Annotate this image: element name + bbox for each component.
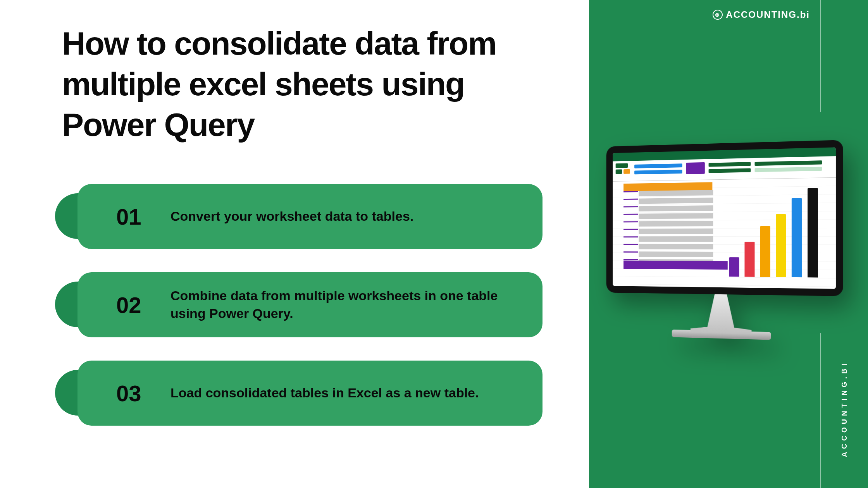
ribbon-chip-icon	[709, 162, 751, 167]
ribbon-chip-icon	[616, 163, 628, 168]
brand-logo-icon: ⊚	[713, 10, 723, 20]
spreadsheet-grid	[613, 178, 836, 289]
divider-line-top	[820, 0, 821, 112]
ribbon-chip-icon	[634, 163, 682, 168]
step-text: Convert your worksheet data to tables.	[170, 208, 413, 225]
monitor-illustration	[606, 140, 843, 342]
ribbon-chip-icon	[616, 169, 622, 174]
step-item-3: 03 Load consolidated tables in Excel as …	[62, 361, 550, 426]
left-panel: How to consolidate data from multiple ex…	[0, 0, 589, 488]
step-bar: 03 Load consolidated tables in Excel as …	[78, 361, 542, 426]
step-bar: 02 Combine data from multiple worksheets…	[78, 272, 542, 337]
divider-line-bottom	[820, 333, 821, 488]
ribbon-chip-icon	[634, 170, 682, 174]
table-footer-icon	[623, 261, 728, 270]
step-bar: 01 Convert your worksheet data to tables…	[78, 184, 542, 249]
side-label: ACCOUNTING.BI	[840, 361, 849, 457]
step-number: 01	[116, 204, 170, 230]
ribbon-chip-icon	[754, 160, 822, 166]
page-title: How to consolidate data from multiple ex…	[62, 23, 550, 145]
monitor-bezel	[606, 140, 843, 296]
ribbon-chip-icon	[623, 169, 630, 174]
ribbon-chip-icon	[754, 167, 822, 172]
monitor-stand-icon	[691, 294, 752, 334]
step-text: Load consolidated tables in Excel as a n…	[170, 384, 479, 402]
step-text: Combine data from multiple worksheets in…	[170, 287, 512, 323]
chart-bar	[776, 214, 786, 277]
step-item-2: 02 Combine data from multiple worksheets…	[62, 272, 550, 337]
chart-bar	[808, 188, 818, 277]
step-number: 02	[116, 292, 170, 318]
step-item-1: 01 Convert your worksheet data to tables…	[62, 184, 550, 249]
ribbon-chip-icon	[686, 162, 705, 174]
steps-list: 01 Convert your worksheet data to tables…	[62, 184, 550, 426]
monitor-screen	[613, 147, 836, 289]
step-number: 03	[116, 380, 170, 406]
chart-bar	[792, 198, 802, 278]
right-panel: ⊚ ACCOUNTING.bi ACCOUNTING.BI	[589, 0, 868, 488]
chart-bar	[729, 257, 739, 277]
chart-bar	[744, 242, 754, 277]
table-rowheads-icon	[623, 191, 638, 266]
brand-name: ACCOUNTING.bi	[726, 9, 810, 20]
brand-logo: ⊚ ACCOUNTING.bi	[713, 9, 810, 20]
chart-bar	[760, 226, 770, 277]
chart-illustration	[725, 186, 828, 278]
table-cells-icon	[639, 190, 713, 267]
ribbon-chip-icon	[709, 168, 751, 173]
